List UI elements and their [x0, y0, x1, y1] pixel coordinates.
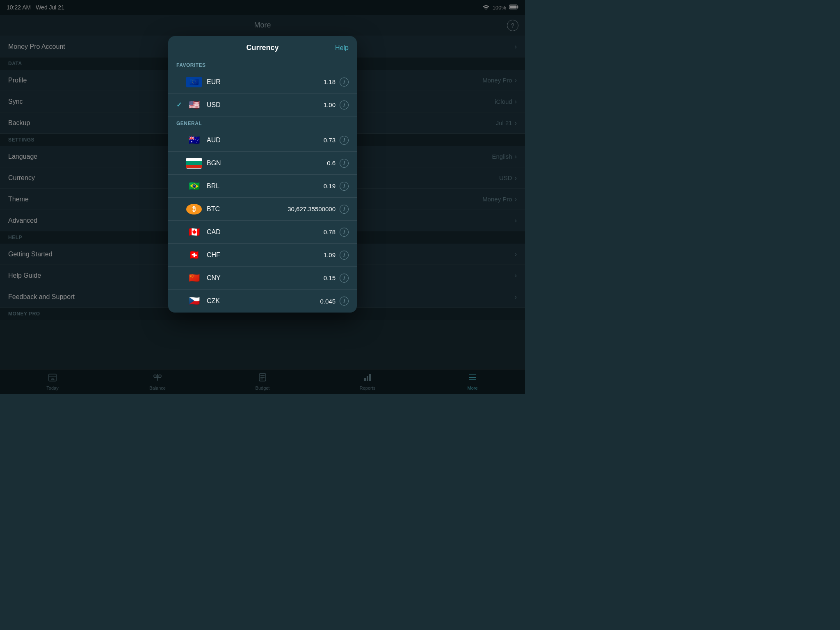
- usd-flag: 🇺🇸: [186, 100, 202, 110]
- currency-item-bgn[interactable]: BGN 0.6 i: [168, 152, 357, 175]
- bgn-rate: 0.6: [327, 160, 336, 167]
- eur-info-button[interactable]: i: [340, 78, 349, 87]
- aud-info-button[interactable]: i: [340, 136, 349, 145]
- cad-info-button[interactable]: i: [340, 228, 349, 237]
- usd-info-button[interactable]: i: [340, 100, 349, 110]
- usd-checkmark: ✓: [176, 101, 186, 109]
- cny-rate: 0.15: [324, 274, 336, 281]
- czk-info-button[interactable]: i: [340, 297, 349, 306]
- brl-info-button[interactable]: i: [340, 182, 349, 191]
- eur-rate: 1.18: [324, 78, 336, 85]
- cny-flag: 🇨🇳: [186, 273, 202, 283]
- currency-item-aud[interactable]: 🇦🇺 AUD 0.73 i: [168, 129, 357, 152]
- currency-item-chf[interactable]: 🇨🇭 CHF 1.09 i: [168, 244, 357, 267]
- favorites-header: FAVORITES: [168, 58, 357, 71]
- czk-code: CZK: [207, 297, 320, 305]
- currency-item-cad[interactable]: 🇨🇦 CAD 0.78 i: [168, 221, 357, 244]
- cny-code: CNY: [207, 274, 324, 282]
- modal-header: Currency Help: [168, 36, 357, 58]
- chf-code: CHF: [207, 251, 324, 259]
- usd-rate: 1.00: [324, 101, 336, 108]
- general-header: GENERAL: [168, 116, 357, 129]
- currency-item-czk[interactable]: 🇨🇿 CZK 0.045 i: [168, 290, 357, 313]
- bgn-info-button[interactable]: i: [340, 159, 349, 168]
- brl-flag: 🇧🇷: [186, 181, 202, 192]
- brl-code: BRL: [207, 183, 324, 190]
- btc-code: BTC: [207, 205, 288, 213]
- usd-code: USD: [207, 101, 324, 109]
- brl-rate: 0.19: [324, 183, 336, 189]
- modal-body: FAVORITES 🇪🇺 EUR 1.18 i ✓ 🇺🇸 USD 1.00 i …: [168, 58, 357, 313]
- eur-code: EUR: [207, 78, 324, 86]
- modal-overlay[interactable]: Currency Help FAVORITES 🇪🇺 EUR 1.18 i ✓ …: [0, 0, 525, 394]
- btc-info-button[interactable]: i: [340, 205, 349, 214]
- currency-item-usd[interactable]: ✓ 🇺🇸 USD 1.00 i: [168, 94, 357, 116]
- aud-flag: 🇦🇺: [186, 135, 202, 146]
- cad-code: CAD: [207, 228, 324, 236]
- btc-rate: 30,627.35500000: [288, 205, 336, 212]
- bgn-code: BGN: [207, 160, 327, 167]
- bgn-flag: [186, 158, 202, 169]
- currency-modal: Currency Help FAVORITES 🇪🇺 EUR 1.18 i ✓ …: [168, 36, 357, 313]
- chf-rate: 1.09: [324, 251, 336, 258]
- modal-title: Currency: [193, 43, 332, 52]
- cad-flag: 🇨🇦: [186, 227, 202, 237]
- czk-rate: 0.045: [320, 298, 336, 305]
- cad-rate: 0.78: [324, 228, 336, 235]
- cny-info-button[interactable]: i: [340, 274, 349, 283]
- aud-code: AUD: [207, 137, 324, 144]
- aud-rate: 0.73: [324, 137, 336, 144]
- eur-flag: 🇪🇺: [186, 77, 202, 87]
- currency-item-btc[interactable]: ₿ BTC 30,627.35500000 i: [168, 198, 357, 221]
- btc-flag: ₿: [186, 204, 202, 215]
- currency-item-eur[interactable]: 🇪🇺 EUR 1.18 i: [168, 71, 357, 94]
- chf-flag: 🇨🇭: [186, 250, 202, 260]
- modal-help-button[interactable]: Help: [332, 44, 349, 52]
- currency-item-brl[interactable]: 🇧🇷 BRL 0.19 i: [168, 175, 357, 198]
- chf-info-button[interactable]: i: [340, 251, 349, 260]
- currency-item-cny[interactable]: 🇨🇳 CNY 0.15 i: [168, 267, 357, 290]
- czk-flag: 🇨🇿: [186, 296, 202, 306]
